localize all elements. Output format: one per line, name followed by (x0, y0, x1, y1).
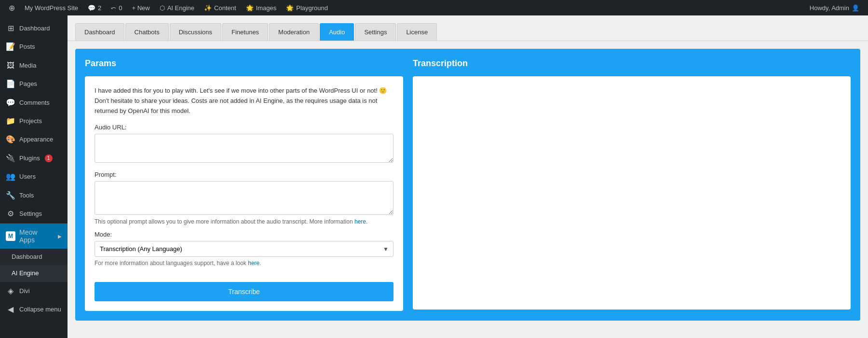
sidebar-item-media[interactable]: 🖼 Media (0, 56, 68, 75)
content-item[interactable]: ✨ Content (199, 0, 241, 15)
howdy-item[interactable]: Howdy, Admin 👤 (805, 0, 864, 15)
sidebar-item-settings[interactable]: ⚙ Settings (0, 205, 68, 223)
sidebar-label-appearance: Appearance (19, 135, 53, 144)
wp-icon: ⊕ (9, 3, 15, 13)
prompt-input[interactable] (95, 181, 393, 215)
sidebar-label-comments: Comments (19, 99, 50, 107)
revisions-icon: ⤺ (111, 4, 116, 12)
transcription-section: Transcription (413, 58, 851, 311)
sidebar-item-plugins[interactable]: 🔌 Plugins 1 (0, 149, 68, 168)
images-icon: 🌟 (246, 4, 254, 12)
new-label: + New (132, 4, 149, 12)
user-avatar-icon: 👤 (852, 4, 859, 12)
tab-chatbots[interactable]: Chatbots (125, 23, 169, 41)
tab-license[interactable]: License (397, 23, 437, 41)
mode-helper-link[interactable]: here (248, 260, 259, 267)
ai-engine-icon: ⬡ (160, 4, 165, 12)
blue-panel: Params I have added this for you to play… (75, 49, 860, 321)
sidebar-item-collapse[interactable]: ◀ Collapse menu (0, 300, 68, 319)
comments-count: 2 (98, 4, 101, 12)
sidebar-item-appearance[interactable]: 🎨 Appearance (0, 130, 68, 149)
comments-item[interactable]: 💬 2 (83, 0, 106, 15)
sidebar-label-dashboard: Dashboard (19, 24, 50, 33)
content-area: Dashboard Chatbots Discussions Finetunes… (68, 15, 868, 338)
sidebar-item-divi[interactable]: ◈ Divi (0, 282, 68, 300)
content-icon: ✨ (204, 4, 212, 12)
sidebar-item-meow-apps[interactable]: M Meow Apps ▶ (0, 224, 68, 249)
tab-moderation[interactable]: Moderation (269, 23, 319, 41)
sidebar-label-media: Media (19, 61, 36, 70)
tab-audio[interactable]: Audio (320, 23, 354, 41)
sidebar-subitem-dashboard[interactable]: Dashboard (0, 249, 68, 265)
sidebar-label-divi: Divi (19, 287, 30, 296)
params-info-text: I have added this for you to play with. … (95, 86, 393, 116)
tab-finetunes[interactable]: Finetunes (222, 23, 268, 41)
appearance-icon: 🎨 (6, 134, 15, 145)
tools-icon: 🔧 (6, 190, 15, 201)
site-name-label: My WordPress Site (25, 4, 78, 12)
projects-icon: 📁 (6, 116, 15, 127)
media-icon: 🖼 (6, 60, 15, 71)
audio-url-input[interactable] (95, 134, 393, 163)
playground-item[interactable]: 🌟 Playground (281, 0, 333, 15)
mode-select[interactable]: Transcription (Any Language) Translation… (95, 241, 393, 257)
sidebar-label-posts: Posts (19, 42, 35, 51)
revisions-count: 0 (119, 4, 122, 12)
sidebar-label-tools: Tools (19, 191, 34, 200)
transcription-title: Transcription (413, 58, 851, 69)
mode-label: Mode: (95, 231, 393, 238)
tab-discussions[interactable]: Discussions (170, 23, 221, 41)
ai-engine-label: AI Engine (167, 4, 194, 12)
sidebar-subitem-ai-engine[interactable]: AI Engine (0, 265, 68, 282)
comments-icon: 💬 (88, 4, 95, 12)
site-name-item[interactable]: My WordPress Site (20, 0, 83, 15)
prompt-helper: This optional prompt allows you to give … (95, 218, 393, 225)
transcription-inner (413, 76, 851, 310)
revisions-item[interactable]: ⤺ 0 (106, 0, 127, 15)
plugins-icon: 🔌 (6, 153, 15, 164)
new-item[interactable]: + New (127, 0, 154, 15)
transcribe-button[interactable]: Transcribe (95, 282, 393, 301)
prompt-helper-link[interactable]: here (354, 218, 366, 225)
sidebar-label-plugins: Plugins (19, 154, 40, 163)
wp-logo-item[interactable]: ⊕ (4, 0, 20, 15)
sidebar-item-projects[interactable]: 📁 Projects (0, 112, 68, 130)
sidebar-item-pages[interactable]: 📄 Pages (0, 75, 68, 93)
sidebar-item-dashboard[interactable]: ⊞ Dashboard (0, 19, 68, 38)
sidebar-label-collapse: Collapse menu (19, 305, 61, 314)
sidebar-label-settings: Settings (19, 210, 42, 218)
meow-submenu: Dashboard AI Engine (0, 249, 68, 282)
sidebar-item-posts[interactable]: 📝 Posts (0, 38, 68, 56)
tab-dashboard[interactable]: Dashboard (75, 23, 124, 41)
images-label: Images (256, 4, 277, 12)
users-icon: 👥 (6, 171, 15, 182)
meow-apps-label: Meow Apps (19, 228, 54, 244)
sidebar-label-users: Users (19, 172, 36, 181)
mode-helper: For more information about languages sup… (95, 260, 393, 267)
images-item[interactable]: 🌟 Images (241, 0, 282, 15)
ai-engine-item[interactable]: ⬡ AI Engine (155, 0, 199, 15)
params-inner: I have added this for you to play with. … (85, 76, 403, 311)
sidebar-item-comments[interactable]: 💬 Comments (0, 94, 68, 112)
sidebar-item-tools[interactable]: 🔧 Tools (0, 186, 68, 205)
dashboard-icon: ⊞ (6, 23, 15, 34)
howdy-text: Howdy, Admin (810, 4, 849, 12)
params-title: Params (85, 58, 403, 69)
tab-settings[interactable]: Settings (355, 23, 396, 41)
sidebar-item-users[interactable]: 👥 Users (0, 168, 68, 186)
meow-apps-icon: M (6, 231, 15, 241)
comments-sidebar-icon: 💬 (6, 98, 15, 108)
meow-apps-section: M Meow Apps ▶ Dashboard AI Engine (0, 223, 68, 282)
pages-icon: 📄 (6, 79, 15, 89)
params-section: Params I have added this for you to play… (85, 58, 403, 311)
admin-bar: ⊕ My WordPress Site 💬 2 ⤺ 0 + New ⬡ AI E… (0, 0, 868, 15)
posts-icon: 📝 (6, 42, 15, 52)
main-layout: ⊞ Dashboard 📝 Posts 🖼 Media 📄 Pages 💬 Co… (0, 15, 868, 338)
divi-icon: ◈ (6, 286, 15, 296)
submenu-dashboard-label: Dashboard (12, 253, 42, 261)
chevron-right-icon: ▶ (58, 234, 62, 239)
submenu-ai-engine-label: AI Engine (12, 269, 39, 278)
playground-icon: 🌟 (286, 4, 294, 12)
collapse-icon: ◀ (6, 304, 15, 315)
settings-sidebar-icon: ⚙ (6, 209, 15, 219)
